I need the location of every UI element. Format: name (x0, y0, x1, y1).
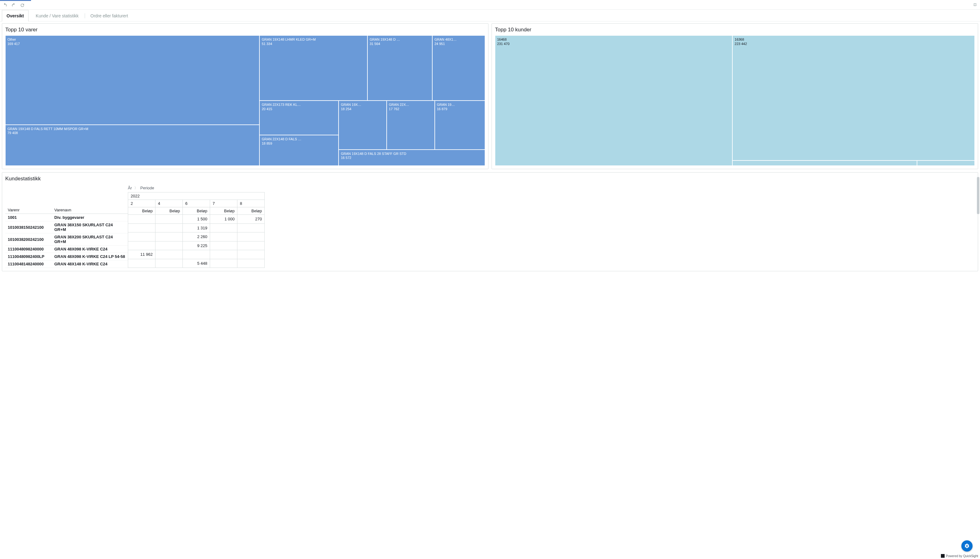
tab-oversikt[interactable]: Oversikt (2, 10, 28, 22)
reset-icon[interactable] (20, 3, 25, 8)
treemap-cell[interactable] (917, 160, 975, 166)
cell-value[interactable]: 1 000 (210, 215, 237, 224)
col-varenavn[interactable]: Varenavn (52, 207, 128, 214)
treemap-cell[interactable]: GRAN 19X148 D … 31 564 (367, 35, 432, 101)
col-year[interactable]: 2022 (128, 192, 265, 200)
cell-value[interactable] (155, 233, 183, 241)
panel-topp-kunder: Topp 10 kunder 16468 231 470 16368 223 4… (492, 23, 978, 169)
panel-topp-varer: Topp 10 varer Other 169 417 GRAN 19X148 … (2, 23, 488, 169)
col-varenr[interactable]: Varenr (5, 207, 52, 214)
col-period[interactable]: 2 (128, 200, 155, 207)
fullscreen-exit-icon[interactable] (973, 2, 978, 7)
treemap-cell[interactable]: Other 169 417 (5, 35, 259, 125)
cell-value[interactable] (128, 233, 155, 241)
panel-title: Kundestatistikk (5, 176, 975, 182)
toolbar (0, 1, 980, 10)
cell-value[interactable] (128, 259, 155, 268)
col-period[interactable]: 6 (183, 200, 210, 207)
cell-varenr[interactable]: 1010038200242100 (5, 233, 52, 245)
cell-value[interactable] (210, 259, 237, 268)
cell-value[interactable] (155, 241, 183, 250)
cell-varenr[interactable]: 11100480982400LP (5, 253, 52, 260)
treemap-cell[interactable]: 16368 223 442 (732, 35, 975, 160)
cell-value[interactable] (155, 223, 183, 233)
treemap-cell[interactable]: GRAN 22X173 REK KL… 20 415 (259, 101, 339, 135)
scrollbar-thumb[interactable] (977, 177, 979, 214)
col-period[interactable]: 4 (155, 200, 183, 207)
cell-value[interactable]: 5 448 (183, 259, 210, 268)
panel-kundestatistikk: Kundestatistikk År 〉 Periode Varenr Vare… (2, 172, 978, 271)
cell-value[interactable]: 1 500 (183, 215, 210, 224)
cell-value[interactable]: 11 962 (128, 250, 155, 259)
col-belop[interactable]: Beløp (210, 207, 237, 215)
treemap-cell[interactable]: GRAN 19X… 18 254 (339, 101, 387, 150)
cell-value[interactable] (155, 250, 183, 259)
crumb-year[interactable]: År (128, 185, 132, 190)
cell-value[interactable] (210, 241, 237, 250)
cell-value[interactable] (128, 241, 155, 250)
undo-icon[interactable] (2, 3, 7, 8)
cell-value[interactable] (237, 241, 265, 250)
cell-varenavn[interactable]: GRAN 38X150 SKURLAST C24 GR+M (52, 221, 128, 233)
pivot-table[interactable]: 2022 2 4 6 7 8 Beløp Beløp Beløp Beløp (128, 192, 265, 268)
cell-varenr[interactable]: 1110048148240000 (5, 260, 52, 268)
cell-value[interactable]: 270 (237, 215, 265, 224)
cell-varenr[interactable]: 1010038150242100 (5, 221, 52, 233)
col-belop[interactable]: Beløp (237, 207, 265, 215)
cell-value[interactable] (210, 223, 237, 233)
col-period[interactable]: 7 (210, 200, 237, 207)
treemap-cell[interactable]: 16468 231 470 (495, 35, 732, 166)
cell-varenr[interactable]: 1001 (5, 214, 52, 221)
cell-value[interactable] (237, 233, 265, 241)
treemap-kunder[interactable]: 16468 231 470 16368 223 442 (495, 35, 975, 166)
breadcrumb: År 〉 Periode (128, 184, 975, 192)
cell-value[interactable] (128, 215, 155, 224)
cell-varenr[interactable]: 1110048098240000 (5, 245, 52, 253)
treemap-cell[interactable]: GRAN 19… 16 879 (435, 101, 485, 150)
col-belop[interactable]: Beløp (155, 207, 183, 215)
cell-varenavn[interactable]: GRAN 48X148 K-VIRKE C24 (52, 260, 128, 268)
cell-value[interactable] (237, 259, 265, 268)
treemap-cell[interactable]: GRAN 19X148 LHMR KLED GR+M 51 334 (259, 35, 367, 101)
cell-value[interactable] (155, 215, 183, 224)
crumb-period[interactable]: Periode (140, 185, 154, 190)
cell-value[interactable] (237, 250, 265, 259)
panel-title: Topp 10 kunder (495, 27, 975, 33)
tab-kunde-vare[interactable]: Kunde / Vare statistikk (31, 10, 83, 22)
cell-value[interactable]: 9 225 (183, 241, 210, 250)
cell-value[interactable]: 1 319 (183, 223, 210, 233)
cell-varenavn[interactable]: GRAN 48X098 K-VIRKE C24 LP 54-58 (52, 253, 128, 260)
col-period[interactable]: 8 (237, 200, 265, 207)
pivot-rowheaders: Varenr Varenavn 1001Div. byggevarer10100… (5, 192, 128, 268)
redo-icon[interactable] (11, 3, 16, 8)
cell-value[interactable] (210, 233, 237, 241)
col-belop[interactable]: Beløp (183, 207, 210, 215)
treemap-cell[interactable]: GRAN 22X148 D FALS … 18 859 (259, 135, 339, 166)
cell-varenavn[interactable]: Div. byggevarer (52, 214, 128, 221)
treemap-varer[interactable]: Other 169 417 GRAN 19X148 D FALS RETT 10… (5, 35, 485, 166)
cell-value[interactable] (183, 250, 210, 259)
tab-ordre[interactable]: Ordre eller fakturert (86, 10, 132, 22)
treemap-cell[interactable]: GRAN 48X1… 24 951 (432, 35, 485, 101)
chevron-right-icon: 〉 (134, 185, 138, 190)
panel-title: Topp 10 varer (5, 27, 485, 33)
col-belop[interactable]: Beløp (128, 207, 155, 215)
treemap-cell[interactable] (732, 160, 917, 166)
cell-value[interactable] (210, 250, 237, 259)
treemap-cell[interactable]: GRAN 19X148 D FALS RETT 10MM M/SPOR GR+M… (5, 125, 259, 166)
cell-value[interactable]: 2 260 (183, 233, 210, 241)
treemap-cell[interactable]: GRAN 19X148 D FALS 28 STAFF GR STD 16 57… (339, 150, 485, 166)
cell-varenavn[interactable]: GRAN 38X200 SKURLAST C24 GR+M (52, 233, 128, 245)
cell-varenavn[interactable]: GRAN 48X098 K-VIRKE C24 (52, 245, 128, 253)
cell-value[interactable] (155, 259, 183, 268)
treemap-cell[interactable]: GRAN 22X… 17 762 (387, 101, 435, 150)
tabs: Oversikt Kunde / Vare statistikk Ordre e… (0, 10, 980, 22)
cell-value[interactable] (237, 223, 265, 233)
cell-value[interactable] (128, 223, 155, 233)
